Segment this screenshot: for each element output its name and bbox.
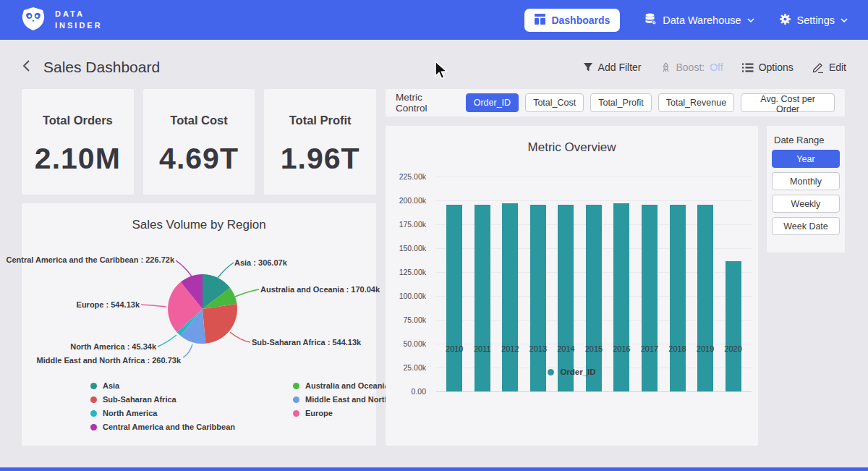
legend-dot: [548, 369, 554, 375]
owl-logo-icon: [20, 7, 46, 34]
top-navbar: DATA INSIDER Dashboards: [0, 0, 868, 40]
pie-slice-sub-saharan-africa[interactable]: [203, 304, 237, 344]
list-icon: [742, 63, 754, 72]
bar[interactable]: [475, 205, 490, 391]
x-tick-label: 2014: [553, 344, 579, 353]
y-tick-label: 225.00k: [399, 172, 426, 181]
dashboard-grid-icon: [535, 14, 545, 27]
bar[interactable]: [446, 205, 462, 391]
y-tick-label: 150.00k: [399, 244, 426, 253]
filter-icon: [583, 62, 593, 72]
options-button[interactable]: Options: [742, 61, 793, 73]
metric-option-total-cost[interactable]: Total_Cost: [525, 93, 584, 112]
metric-option-total-profit[interactable]: Total_Profit: [590, 93, 652, 112]
bar[interactable]: [502, 203, 518, 391]
x-tick-label: 2012: [497, 344, 523, 353]
pie-leader-line: [235, 289, 259, 297]
window-bottom-edge: [0, 467, 868, 471]
legend-label: North America: [103, 409, 157, 417]
database-icon: [644, 13, 657, 27]
legend-dot: [90, 424, 97, 430]
bar-chart-title: Metric Overview: [386, 140, 758, 155]
pencil-icon: [812, 62, 824, 73]
back-button[interactable]: [22, 59, 30, 75]
bar[interactable]: [613, 203, 629, 391]
boost-status: Off: [710, 61, 723, 73]
legend-dot: [90, 396, 97, 403]
pie-legend-item[interactable]: Sub-Saharan Africa: [90, 395, 235, 404]
date-range-week-date-button[interactable]: Week Date: [772, 217, 840, 235]
bar[interactable]: [530, 205, 546, 391]
gear-icon: [779, 13, 791, 27]
x-tick-label: 2013: [525, 344, 551, 353]
x-tick-label: 2016: [608, 344, 634, 353]
metric-control-bar: Metric Control Order_ID Total_Cost Total…: [386, 89, 845, 116]
kpi-total-cost: Total Cost 4.69T: [143, 89, 255, 195]
x-tick-label: 2018: [665, 344, 691, 353]
bar-chart-x-axis: 2010201120122013201420152016201720182019…: [436, 344, 752, 353]
pie-legend-item[interactable]: Central America and the Caribbean: [90, 423, 235, 431]
pie-leader-line: [183, 344, 192, 357]
legend-label: Order_ID: [560, 368, 595, 376]
legend-label: Europe: [305, 409, 333, 417]
y-tick-label: 0.00: [412, 387, 426, 396]
settings-menu[interactable]: Settings: [779, 13, 848, 27]
y-tick-label: 50.00k: [403, 339, 426, 348]
metric-option-total-revenue[interactable]: Total_Revenue: [658, 93, 734, 112]
boost-toggle[interactable]: Boost: Off: [660, 61, 723, 73]
page-title: Sales Dashboard: [43, 59, 160, 76]
gridline: [436, 391, 752, 392]
y-tick-label: 200.00k: [399, 196, 426, 205]
kpi-value: 1.96T: [264, 142, 376, 176]
kpi-total-orders: Total Orders 2.10M: [22, 89, 134, 195]
kpi-label: Total Profit: [264, 114, 376, 127]
legend-label: Sub-Saharan Africa: [103, 395, 176, 404]
y-tick-label: 100.00k: [399, 292, 426, 300]
bar[interactable]: [558, 205, 574, 391]
kpi-row: Total Orders 2.10M Total Cost 4.69T Tota…: [22, 89, 376, 195]
brand[interactable]: DATA INSIDER: [20, 7, 103, 34]
metric-control-label: Metric Control: [396, 92, 455, 114]
bar-chart-legend: Order_ID: [386, 368, 758, 376]
pie-legend-item[interactable]: Asia: [90, 381, 235, 390]
pie-callout-label: North America : 45.34k: [70, 342, 156, 351]
legend-dot: [293, 383, 299, 389]
chevron-down-icon: [747, 18, 754, 22]
date-range-panel: Date Range Year Monthly Weekly Week Date: [767, 126, 845, 253]
add-filter-button[interactable]: Add Filter: [583, 61, 642, 73]
data-warehouse-menu[interactable]: Data Warehouse: [644, 13, 754, 27]
legend-label: Australia and Oceania: [305, 381, 389, 390]
kpi-label: Total Cost: [143, 114, 255, 127]
legend-label: Central America and the Caribbean: [103, 423, 235, 431]
bar[interactable]: [697, 205, 713, 391]
pie-callout-label: Asia : 306.07k: [234, 258, 287, 267]
x-tick-label: 2019: [692, 344, 718, 353]
bar[interactable]: [586, 205, 602, 391]
dashboards-button[interactable]: Dashboards: [524, 9, 620, 32]
pie-callout-label: Middle East and North Africa : 260.73k: [37, 356, 181, 365]
x-tick-label: 2020: [720, 344, 746, 353]
date-range-label: Date Range: [774, 135, 840, 145]
bar[interactable]: [642, 205, 658, 391]
edit-button[interactable]: Edit: [812, 61, 846, 73]
kpi-total-profit: Total Profit 1.96T: [264, 89, 376, 195]
x-tick-label: 2011: [469, 344, 495, 353]
bar[interactable]: [670, 205, 686, 391]
metric-option-avg-cost-per-order[interactable]: Avg. Cost per Order: [741, 93, 835, 112]
pie-leader-line: [230, 332, 250, 342]
pie-callout-label: Central America and the Caribbean : 226.…: [6, 255, 174, 264]
legend-dot: [293, 410, 299, 417]
sales-volume-by-region-panel: Sales Volume by Region AsiaSub-Saharan A…: [22, 203, 376, 446]
y-tick-label: 75.00k: [403, 315, 426, 324]
legend-dot: [90, 410, 97, 417]
y-tick-label: 175.00k: [399, 220, 426, 229]
pie-leader-line: [218, 263, 234, 278]
date-range-weekly-button[interactable]: Weekly: [772, 195, 840, 213]
date-range-year-button[interactable]: Year: [772, 150, 840, 168]
y-tick-label: 125.00k: [399, 268, 426, 276]
metric-option-order-id[interactable]: Order_ID: [466, 93, 519, 112]
date-range-monthly-button[interactable]: Monthly: [772, 172, 840, 190]
brand-name: DATA INSIDER: [55, 9, 103, 32]
pie-legend: AsiaSub-Saharan AfricaNorth AmericaCentr…: [90, 381, 414, 431]
pie-legend-item[interactable]: North America: [90, 409, 235, 417]
